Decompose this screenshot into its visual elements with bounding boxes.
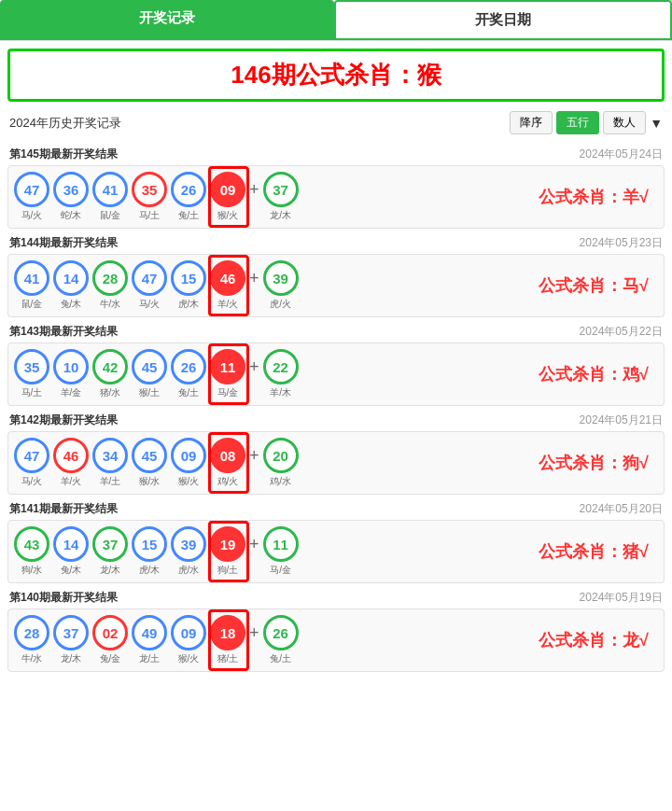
ball-label: 鼠/金 [100, 209, 121, 222]
ball-label: 兔/土 [178, 386, 200, 399]
result-text: 公式杀肖：马√ [539, 274, 660, 297]
sort-btn[interactable]: 降序 [510, 111, 553, 134]
ball: 08 [210, 438, 245, 473]
ball-group: 14兔/木 [53, 260, 89, 311]
ball-label: 狗/水 [21, 564, 43, 577]
ball: 26 [263, 615, 299, 650]
ball: 43 [14, 526, 49, 562]
ball-label: 马/金 [270, 564, 291, 577]
tab-date[interactable]: 开奖日期 [334, 0, 672, 40]
ball-label: 鸡/火 [217, 475, 239, 488]
ball-group: 20鸡/水 [263, 438, 299, 488]
ball-group: 45猴/水 [132, 438, 167, 488]
ball-group: 18猪/土 [210, 615, 245, 665]
ball: 45 [132, 438, 167, 473]
ball: 20 [263, 438, 299, 473]
plus-sign: + [249, 357, 259, 392]
period-title: 第143期最新开奖结果 [9, 324, 118, 340]
ball: 14 [53, 526, 89, 562]
ball-group: 11马/金 [263, 526, 299, 577]
ball-group: 26兔/土 [171, 172, 206, 222]
ball-label: 牛/水 [21, 652, 43, 665]
period-date: 2024年05月21日 [580, 412, 663, 428]
ball-group: 09猴/火 [171, 615, 206, 665]
filter-label: 2024年历史开奖记录 [9, 115, 506, 132]
ball-group: 42猪/水 [92, 349, 128, 399]
ball-label: 马/火 [21, 475, 43, 488]
ball-label: 蛇/木 [61, 209, 82, 222]
ball: 37 [53, 615, 89, 650]
ball: 26 [171, 172, 206, 207]
ball-label: 兔/木 [61, 564, 82, 577]
ball: 14 [53, 260, 89, 296]
ball-group: 02兔/金 [92, 615, 128, 665]
period-title: 第145期最新开奖结果 [9, 147, 118, 162]
ball-label: 虎/木 [178, 298, 200, 311]
ball-group: 47马/火 [14, 438, 49, 488]
plus-sign: + [249, 269, 259, 303]
ball-label: 猪/水 [100, 386, 121, 399]
wuxing-btn[interactable]: 五行 [556, 111, 599, 134]
ball-group: 46羊/火 [210, 260, 245, 311]
ball: 39 [263, 260, 299, 296]
ball-label: 马/火 [21, 209, 43, 222]
ball-label: 羊/金 [61, 386, 82, 399]
ball: 11 [263, 526, 299, 562]
period-row: 47马/火36蛇/木41鼠/金35马/土26兔/土09猴/火+37龙/木公式杀肖… [7, 165, 665, 229]
banner-title: 146期公式杀肖：猴 [7, 49, 665, 102]
ball: 15 [171, 260, 206, 296]
period-row: 35马/土10羊/金42猪/水45猴/土26兔/土11马/金+22羊/木公式杀肖… [7, 343, 665, 406]
ball-group: 41鼠/金 [14, 260, 49, 311]
ball-label: 马/土 [21, 386, 43, 399]
ball: 47 [14, 172, 49, 207]
period-row: 43狗/水14兔/木37龙/木15虎/木39虎/水19狗/土+11马/金公式杀肖… [7, 520, 665, 583]
ball-label: 羊/土 [100, 475, 121, 488]
ball-group: 09猴/火 [171, 438, 206, 488]
ball-label: 狗/土 [217, 564, 239, 577]
ball-group: 37龙/木 [263, 172, 299, 222]
period-title: 第141期最新开奖结果 [9, 501, 118, 517]
tab-record[interactable]: 开奖记录 [0, 0, 334, 40]
ball-label: 虎/木 [139, 564, 161, 577]
ball-group: 43狗/水 [14, 526, 49, 577]
ball: 41 [92, 172, 128, 207]
ball-group: 28牛/水 [92, 260, 128, 311]
ball-label: 龙/木 [61, 652, 82, 665]
ball-label: 猴/土 [139, 386, 161, 399]
filter-row: 2024年历史开奖记录 降序 五行 数人 ▼ [0, 105, 672, 140]
ball-label: 鸡/水 [270, 475, 291, 488]
ball-group: 37龙/木 [53, 615, 89, 665]
period-title: 第142期最新开奖结果 [9, 412, 118, 428]
ball: 19 [210, 526, 245, 562]
period-date: 2024年05月20日 [580, 501, 663, 517]
ball-group: 47马/火 [14, 172, 49, 222]
ball-label: 马/金 [217, 386, 239, 399]
period-section: 第140期最新开奖结果 2024年05月19日 28牛/水37龙/木02兔/金4… [7, 587, 665, 672]
ball-label: 羊/火 [217, 298, 239, 311]
ball: 22 [263, 349, 299, 385]
ball: 37 [92, 526, 128, 562]
period-section: 第141期最新开奖结果 2024年05月20日 43狗/水14兔/木37龙/木1… [7, 498, 665, 583]
dropdown-icon[interactable]: ▼ [650, 116, 663, 131]
ball-label: 羊/火 [61, 475, 82, 488]
ball: 37 [263, 172, 299, 207]
period-date: 2024年05月19日 [580, 590, 663, 606]
ball-label: 龙/土 [139, 652, 161, 665]
ball-label: 鼠/金 [21, 298, 43, 311]
result-text: 公式杀肖：狗√ [539, 452, 660, 474]
ball-group: 35马/土 [132, 172, 167, 222]
ball-label: 龙/木 [270, 209, 291, 222]
person-btn[interactable]: 数人 [603, 111, 646, 134]
ball-label: 兔/土 [270, 652, 291, 665]
ball-group: 26兔/土 [263, 615, 299, 665]
ball-group: 34羊/土 [92, 438, 128, 488]
period-section: 第143期最新开奖结果 2024年05月22日 35马/土10羊/金42猪/水4… [7, 321, 665, 406]
ball: 35 [132, 172, 167, 207]
ball-group: 46羊/火 [53, 438, 89, 488]
period-date: 2024年05月24日 [580, 147, 663, 162]
ball-group: 22羊/木 [263, 349, 299, 399]
ball: 28 [92, 260, 128, 296]
ball-group: 39虎/水 [171, 526, 206, 577]
plus-sign: + [249, 446, 259, 481]
ball-label: 虎/火 [270, 298, 291, 311]
